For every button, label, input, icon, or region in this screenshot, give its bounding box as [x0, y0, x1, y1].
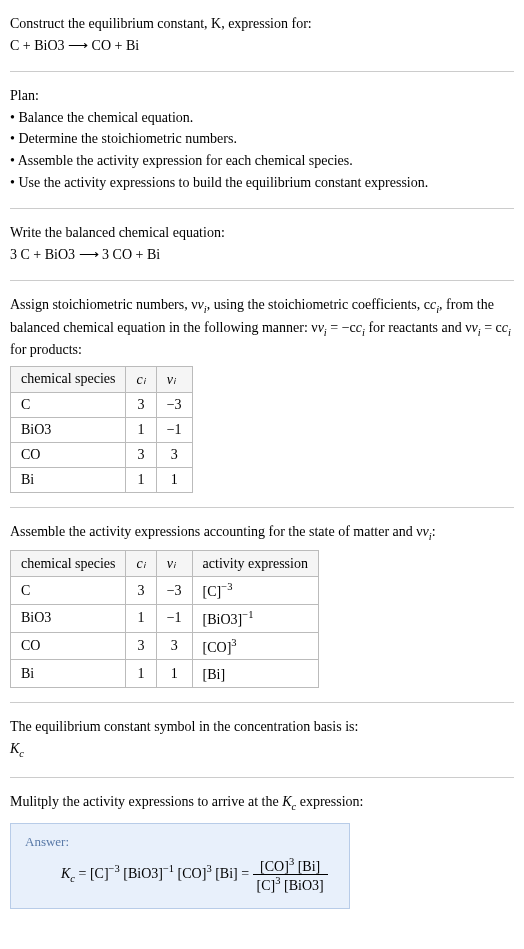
activity-table: chemical species cᵢ νᵢ activity expressi… — [10, 550, 319, 688]
text: Mulitply the activity expressions to arr… — [10, 794, 282, 809]
term1: [C]−3 — [90, 866, 120, 881]
text: Assemble the activity expressions accoun… — [10, 524, 423, 539]
cell-ci: 3 — [126, 632, 156, 660]
cell-ci: 1 — [126, 660, 156, 688]
stoich-section: Assign stoichiometric numbers, ννi, usin… — [10, 289, 514, 499]
cell-activity: [BiO3]−1 — [192, 605, 318, 633]
divider — [10, 280, 514, 281]
cell-vi: −1 — [156, 417, 192, 442]
text: , using the stoichiometric coefficients,… — [207, 297, 430, 312]
symbol-intro: The equilibrium constant symbol in the c… — [10, 717, 514, 737]
base: [Bi] — [294, 858, 320, 873]
kc-lhs: Kc — [61, 866, 75, 881]
text: Assign stoichiometric numbers, ν — [10, 297, 198, 312]
cell-activity: [CO]3 — [192, 632, 318, 660]
col-species: chemical species — [11, 366, 126, 392]
cell-vi: −3 — [156, 577, 192, 605]
equals: = — [241, 866, 252, 881]
cell-ci: 3 — [126, 392, 156, 417]
stoich-table: chemical species cᵢ νᵢ C 3 −3 BiO3 1 −1 … — [10, 366, 193, 493]
exp: 3 — [231, 637, 236, 648]
answer-equation: Kc = [C]−3 [BiO3]−1 [CO]3 [Bi] = [CO]3 [… — [61, 856, 335, 894]
divider — [10, 777, 514, 778]
base: [Bi] — [215, 866, 238, 881]
cell-ci: 3 — [126, 442, 156, 467]
plan-section: Plan: • Balance the chemical equation. •… — [10, 80, 514, 200]
table-row: CO 3 3 [CO]3 — [11, 632, 319, 660]
base: [C] — [257, 878, 276, 893]
c-symbol: ci — [430, 297, 439, 312]
base: [Bi] — [203, 667, 226, 682]
base: [C] — [203, 584, 222, 599]
plan-item: • Use the activity expressions to build … — [10, 173, 514, 193]
activity-section: Assemble the activity expressions accoun… — [10, 516, 514, 694]
text: for reactants and ν — [365, 320, 472, 335]
prompt-text: Construct the equilibrium constant, K, e… — [10, 16, 312, 31]
plan-item: • Assemble the activity expression for e… — [10, 151, 514, 171]
table-row: Bi 1 1 — [11, 467, 193, 492]
c-symbol: ci — [356, 320, 365, 335]
exp: −3 — [221, 581, 232, 592]
col-vi: νᵢ — [156, 366, 192, 392]
cell-ci: 3 — [126, 577, 156, 605]
table-header-row: chemical species cᵢ νᵢ — [11, 366, 193, 392]
cell-activity: [Bi] — [192, 660, 318, 688]
col-ci: cᵢ — [126, 366, 156, 392]
divider — [10, 507, 514, 508]
table-row: BiO3 1 −1 — [11, 417, 193, 442]
fraction-numerator: [CO]3 [Bi] — [253, 856, 328, 876]
nu-symbol: νi — [423, 524, 432, 539]
plan-item: • Balance the chemical equation. — [10, 108, 514, 128]
base: [BiO3] — [123, 866, 163, 881]
text: expression: — [296, 794, 363, 809]
cell-vi: −3 — [156, 392, 192, 417]
text: : — [432, 524, 436, 539]
text: cᵢ — [136, 372, 145, 387]
table-row: C 3 −3 [C]−3 — [11, 577, 319, 605]
table-row: BiO3 1 −1 [BiO3]−1 — [11, 605, 319, 633]
divider — [10, 208, 514, 209]
term3: [CO]3 — [178, 866, 212, 881]
nu-symbol: νi — [472, 320, 481, 335]
exp: 3 — [206, 863, 211, 874]
col-vi: νᵢ — [156, 551, 192, 577]
plan-item: • Determine the stoichiometric numbers. — [10, 129, 514, 149]
col-ci: cᵢ — [126, 551, 156, 577]
base: [BiO3] — [281, 878, 324, 893]
base: [CO] — [260, 858, 289, 873]
fraction: [CO]3 [Bi] [C]3 [BiO3] — [253, 856, 328, 894]
cell-species: BiO3 — [11, 417, 126, 442]
header-section: Construct the equilibrium constant, K, e… — [10, 8, 514, 63]
kc-symbol: Kc — [10, 739, 514, 761]
multiply-intro: Mulitply the activity expressions to arr… — [10, 792, 514, 814]
cell-vi: −1 — [156, 605, 192, 633]
cell-species: Bi — [11, 467, 126, 492]
equals: = — [79, 866, 90, 881]
table-header-row: chemical species cᵢ νᵢ activity expressi… — [11, 551, 319, 577]
balanced-equation: 3 C + BiO3 ⟶ 3 CO + Bi — [10, 245, 514, 265]
activity-intro: Assemble the activity expressions accoun… — [10, 522, 514, 544]
base: [C] — [90, 866, 109, 881]
symbol-section: The equilibrium constant symbol in the c… — [10, 711, 514, 769]
table-row: C 3 −3 — [11, 392, 193, 417]
text: = −c — [327, 320, 356, 335]
col-species: chemical species — [11, 551, 126, 577]
exp: −1 — [163, 863, 174, 874]
k-sub: c — [19, 747, 24, 758]
cell-vi: 1 — [156, 660, 192, 688]
base: [CO] — [178, 866, 207, 881]
balanced-section: Write the balanced chemical equation: 3 … — [10, 217, 514, 272]
balanced-intro: Write the balanced chemical equation: — [10, 223, 514, 243]
nu-symbol: νi — [198, 297, 207, 312]
cell-ci: 1 — [126, 467, 156, 492]
plan-title: Plan: — [10, 86, 514, 106]
cell-species: C — [11, 392, 126, 417]
kc-symbol: Kc — [282, 794, 296, 809]
k-base: K — [10, 741, 19, 756]
k-base: K — [61, 866, 70, 881]
multiply-section: Mulitply the activity expressions to arr… — [10, 786, 514, 915]
divider — [10, 702, 514, 703]
answer-box: Answer: Kc = [C]−3 [BiO3]−1 [CO]3 [Bi] =… — [10, 823, 350, 909]
answer-label: Answer: — [25, 834, 335, 850]
nu-symbol: νi — [318, 320, 327, 335]
